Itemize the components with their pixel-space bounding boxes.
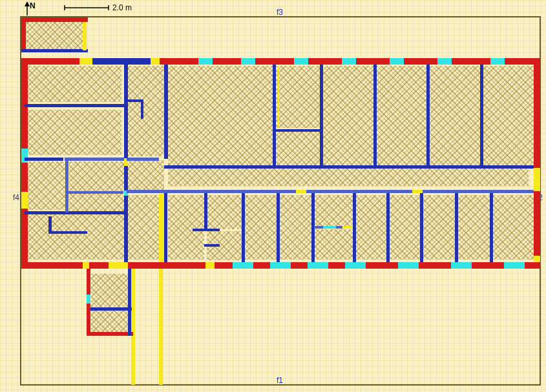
svg-rect-58 — [308, 58, 342, 65]
svg-rect-81 — [205, 262, 215, 269]
svg-rect-31 — [207, 195, 242, 229]
svg-rect-104 — [48, 231, 87, 234]
facade-f4: f4 — [13, 193, 19, 202]
svg-rect-127 — [164, 193, 167, 262]
svg-rect-114 — [164, 165, 534, 169]
svg-rect-102 — [65, 191, 123, 194]
svg-rect-43 — [91, 310, 129, 333]
svg-rect-78 — [89, 262, 109, 269]
svg-rect-18 — [25, 214, 125, 260]
svg-rect-148 — [87, 332, 133, 336]
svg-rect-79 — [109, 262, 128, 269]
scale-label: 2.0 m — [112, 3, 132, 12]
svg-rect-23 — [276, 132, 320, 167]
svg-rect-84 — [253, 262, 270, 269]
svg-rect-28 — [128, 160, 164, 192]
facade-f1: f1 — [277, 376, 283, 385]
svg-rect-54 — [213, 58, 241, 65]
svg-rect-33 — [244, 195, 277, 260]
svg-rect-77 — [83, 262, 89, 269]
svg-rect-138 — [353, 193, 356, 262]
svg-rect-24 — [323, 66, 373, 167]
svg-rect-59 — [342, 58, 356, 65]
svg-rect-109 — [124, 196, 128, 262]
svg-rect-55 — [241, 58, 255, 65]
svg-rect-88 — [328, 262, 345, 269]
svg-rect-13 — [25, 66, 121, 102]
svg-rect-47 — [83, 22, 87, 50]
svg-rect-124 — [480, 65, 483, 167]
svg-rect-118 — [412, 190, 423, 193]
svg-rect-120 — [273, 65, 276, 167]
svg-rect-63 — [437, 58, 452, 65]
svg-rect-130 — [193, 229, 220, 231]
svg-rect-21 — [168, 168, 529, 186]
svg-rect-89 — [345, 262, 366, 269]
svg-rect-34 — [279, 195, 311, 260]
svg-rect-45 — [21, 17, 26, 50]
svg-rect-44 — [21, 17, 88, 22]
facade-f3: f3 — [277, 8, 283, 17]
svg-rect-98 — [25, 158, 63, 161]
svg-rect-133 — [277, 193, 280, 262]
svg-rect-16 — [69, 161, 124, 191]
svg-rect-129 — [204, 193, 207, 231]
svg-rect-90 — [366, 262, 398, 269]
svg-rect-143 — [131, 269, 135, 385]
svg-rect-27 — [483, 66, 534, 167]
svg-rect-37 — [355, 195, 386, 260]
svg-rect-71 — [21, 209, 28, 269]
svg-rect-14 — [25, 110, 121, 155]
svg-rect-82 — [215, 262, 233, 269]
svg-rect-49 — [79, 58, 92, 65]
svg-rect-103 — [48, 216, 52, 233]
svg-rect-61 — [390, 58, 404, 65]
svg-rect-86 — [291, 262, 308, 269]
svg-rect-87 — [308, 262, 328, 269]
svg-rect-99 — [65, 158, 125, 161]
svg-rect-76 — [21, 262, 83, 269]
svg-rect-115 — [127, 190, 296, 193]
svg-rect-69 — [21, 163, 28, 192]
svg-rect-100 — [25, 211, 127, 214]
svg-rect-72 — [534, 58, 540, 168]
svg-rect-22 — [276, 66, 320, 128]
svg-rect-107 — [124, 166, 128, 191]
svg-rect-92 — [419, 262, 451, 269]
svg-rect-126 — [278, 67, 279, 128]
svg-rect-141 — [455, 193, 458, 262]
svg-rect-97 — [25, 104, 125, 107]
svg-rect-128 — [159, 194, 164, 262]
svg-rect-65 — [490, 58, 505, 65]
svg-rect-60 — [356, 58, 390, 65]
svg-rect-52 — [160, 58, 198, 65]
svg-rect-119 — [423, 190, 534, 193]
svg-rect-91 — [398, 262, 419, 269]
svg-rect-144 — [159, 269, 163, 385]
svg-rect-111 — [141, 99, 143, 119]
svg-rect-20 — [168, 66, 273, 167]
svg-rect-50 — [92, 58, 151, 65]
svg-rect-53 — [198, 58, 213, 65]
svg-rect-57 — [294, 58, 308, 65]
svg-rect-25 — [376, 66, 426, 167]
svg-rect-139 — [386, 193, 390, 262]
svg-rect-26 — [430, 66, 480, 167]
svg-rect-105 — [124, 65, 128, 158]
svg-rect-140 — [420, 193, 423, 262]
svg-rect-93 — [451, 262, 472, 269]
svg-rect-80 — [128, 262, 205, 269]
svg-rect-96 — [525, 262, 540, 269]
svg-rect-95 — [504, 262, 525, 269]
svg-rect-122 — [373, 65, 377, 167]
svg-rect-73 — [534, 168, 540, 191]
svg-rect-48 — [21, 58, 79, 65]
svg-rect-74 — [534, 191, 540, 256]
svg-rect-30 — [168, 195, 204, 260]
svg-rect-94 — [472, 262, 504, 269]
svg-rect-40 — [457, 195, 490, 260]
svg-rect-101 — [65, 161, 68, 212]
svg-rect-19 — [128, 66, 164, 156]
svg-rect-51 — [151, 58, 160, 65]
svg-rect-116 — [296, 190, 306, 193]
